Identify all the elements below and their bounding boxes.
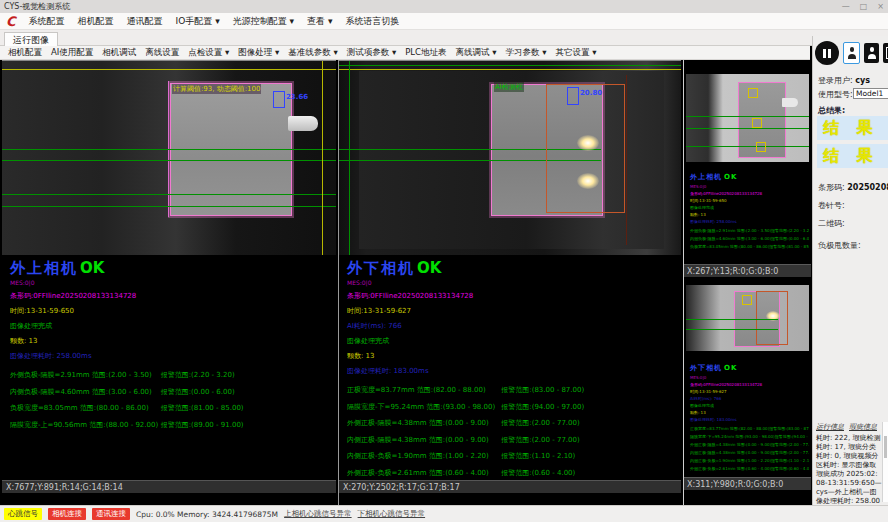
baseline <box>339 65 681 66</box>
log-tab[interactable]: 运行信息 <box>816 422 844 432</box>
camera-result-title: 外下相机OK <box>347 258 675 278</box>
minimize-button[interactable]: — <box>842 2 850 11</box>
measurement-value: 正极宽度=83.77mm 范围:(82.00 - 88.00) <box>690 426 769 431</box>
alarm-range: 报警范围:(2.00 - 77.00) <box>771 442 809 447</box>
barcode-line: 条形码:0FFIline20250208133134728 <box>690 191 808 196</box>
toolbar-item[interactable]: 学习参数 ▾ <box>505 47 546 59</box>
measure-box <box>567 87 579 105</box>
measurement-row: 内侧负极-隔膜=4.60mm 范围:(3.00 - 6.00)报警范围:(0.0… <box>10 387 331 397</box>
alarm-range: 报警范围:(0.00 - 6.00) <box>771 236 809 241</box>
menu-item[interactable]: 光源控制配置 ▾ <box>233 15 294 28</box>
camera-result-title: 外下相机OK <box>690 355 808 374</box>
thumbnail-top[interactable]: 外上相机OK MES:0|0 条形码:0FFIline2025020813313… <box>684 60 811 277</box>
thumbnail-top-image <box>686 74 809 162</box>
elapsed-line: 图像处理耗时: 258.00ms <box>690 219 808 224</box>
alarm-range: 报警范围:(89.00 - 91.00) <box>161 420 331 430</box>
measure-value: 23.66 <box>286 93 308 101</box>
logout-button[interactable] <box>883 43 888 63</box>
alarm-range: 报警范围:(1.10 - 2.10) <box>501 451 675 461</box>
mes-line: MES:0|0 <box>690 184 808 189</box>
measurement-row: 正极宽度=83.77mm 范围:(82.00 - 88.00)报警范围:(83.… <box>347 385 675 395</box>
measurement-row: 内侧正极-负极=1.90mm 范围:(1.00 - 2.20)报警范围:(1.1… <box>690 458 808 463</box>
mes-line: MES:0|0 <box>347 279 675 286</box>
count-line: 颗数: 13 <box>347 351 675 361</box>
heartbeat-warning: 下相机心跳信号异常 <box>358 509 426 519</box>
defect-box <box>748 88 758 98</box>
camera-result-title: 外上相机OK <box>690 164 808 183</box>
nozzle <box>782 98 798 107</box>
measurement-value: 外侧正极-负极=2.61mm 范围:(0.60 - 4.00) <box>347 468 501 478</box>
camera-view-mid[interactable]: 20.80 AI检测框 <box>339 60 681 255</box>
measurement-row: 隔膜宽度-上=90.56mm 范围:(88.00 - 92.00)报警范围:(8… <box>10 420 331 430</box>
barcode-line: 条形码:0FFIline20250208133134728 <box>347 291 675 301</box>
time-line: 时间:13-31-59-650 <box>10 306 331 316</box>
user-mode-button-active[interactable] <box>843 42 860 64</box>
measurement-rows: 外侧负极-隔膜=2.91mm 范围:(2.00 - 3.50)报警范围:(2.2… <box>690 228 808 252</box>
elapsed-line: 图像处理耗时: 183.00ms <box>347 366 675 376</box>
model-select[interactable]: Model1▾ <box>853 88 888 99</box>
alarm-range: 报警范围:(0.60 - 4.00) <box>501 468 675 478</box>
thumbnail-bottom[interactable]: 外下相机OK MES:0|0 条形码:0FFIline2025020813313… <box>684 279 811 490</box>
alarm-range: 报警范围:(81.00 - 85.00) <box>161 403 331 413</box>
close-button[interactable]: × <box>877 2 884 11</box>
measurement-value: 外侧负极-隔膜=2.91mm 范围:(2.00 - 3.50) <box>10 370 161 380</box>
measurement-value: 内侧负极-隔膜=4.60mm 范围:(3.00 - 6.00) <box>690 236 771 241</box>
tab-run-image[interactable]: 运行图像 <box>4 32 58 46</box>
alarm-range: 报警范围:(2.20 - 3.20) <box>161 370 331 380</box>
maximize-button[interactable]: □ <box>860 2 868 11</box>
baseline-vertical <box>349 61 350 255</box>
user-icon <box>847 47 857 59</box>
camera-panel-mid: 20.80 AI检测框 外下相机OK MES:0|0 条形码:0FFIline2… <box>338 60 681 505</box>
menu-item[interactable]: 查看 ▾ <box>307 15 332 28</box>
status-badge: 相机连接 <box>48 508 86 520</box>
toolbar-item[interactable]: 相机配置 <box>8 47 42 59</box>
measurement-value: 外侧正极-隔膜=4.38mm 范围:(0.00 - 9.00) <box>347 418 501 428</box>
measure-value: 20.80 <box>580 89 602 97</box>
camera-result-block: 外下相机OK MES:0|0 条形码:0FFIline2025020813313… <box>347 258 675 484</box>
result-box-1: 结 果 <box>817 116 888 140</box>
measurement-value: 内侧正极-负极=1.90mm 范围:(1.00 - 2.20) <box>690 458 771 463</box>
defect-box <box>756 142 766 152</box>
guide-line <box>2 69 336 70</box>
menu-bar: C 系统配置相机配置通讯配置IO手配置 ▾光源控制配置 ▾查看 ▾系统语言切换 <box>0 13 888 30</box>
menu-item[interactable]: 相机配置 <box>78 15 114 28</box>
measurement-value: 隔膜宽度-上=90.56mm 范围:(88.00 - 92.00) <box>10 420 161 430</box>
measurement-value: 隔膜宽度-下=95.24mm 范围:(93.00 - 98.00) <box>347 402 501 412</box>
time-line: 时间:13-31-59-627 <box>690 389 808 394</box>
measurement-value: 隔膜宽度-下=95.24mm 范围:(93.00 - 98.00) <box>690 434 775 439</box>
user-mode-button[interactable] <box>864 43 879 63</box>
menu-item[interactable]: 通讯配置 <box>127 15 163 28</box>
title-bar: CYS-视觉检测系统 — □ × <box>0 0 888 13</box>
measurement-row: 隔膜宽度-下=95.24mm 范围:(93.00 - 98.00)报警范围:(9… <box>690 434 808 439</box>
toolbar-item[interactable]: 测试项参数 ▾ <box>347 47 396 59</box>
toolbar-item[interactable]: 图像处理 ▾ <box>238 47 279 59</box>
mes-line: MES:0|0 <box>10 279 331 286</box>
menu-item[interactable]: 系统配置 <box>29 15 65 28</box>
toolbar-item[interactable]: 点检设置 ▾ <box>188 47 229 59</box>
camera-status-ok: OK <box>80 259 104 277</box>
toolbar-item[interactable]: 相机调试 <box>102 47 136 59</box>
toolbar-item[interactable]: PLC地址表 <box>405 47 446 59</box>
measurement-value: 正极宽度=83.77mm 范围:(82.00 - 88.00) <box>347 385 501 395</box>
pixel-coords-mid: X:270;Y:2502;R:17;G:17;B:17 <box>339 480 681 493</box>
toolbar-item[interactable]: 离线调试 ▾ <box>456 47 497 59</box>
toolbar-item[interactable]: 离线设置 <box>145 47 179 59</box>
camera-name: 外上相机 <box>690 173 722 181</box>
log-scrollbar[interactable] <box>882 422 888 502</box>
measurement-row: 内侧负极-隔膜=4.60mm 范围:(3.00 - 6.00)报警范围:(0.0… <box>690 236 808 241</box>
camera-status-ok: OK <box>417 259 441 277</box>
ai-elapsed-line: AI耗时(ms): 766 <box>690 396 808 401</box>
measurement-value: 负极宽度=83.05mm 范围:(80.00 - 86.00) <box>690 244 769 249</box>
camera-view-left[interactable]: 23.66 计算阈值:93, 动态阈值:100 <box>2 60 336 255</box>
menu-item[interactable]: 系统语言切换 <box>345 15 399 28</box>
log-tab[interactable]: 瑕疵信息 <box>849 422 877 432</box>
measure-box <box>273 91 285 108</box>
toolbar-item[interactable]: 其它设置 ▾ <box>555 47 596 59</box>
toolbar-item[interactable]: 基准线参数 ▾ <box>288 47 337 59</box>
pause-icon[interactable] <box>815 41 839 65</box>
menu-item[interactable]: IO手配置 ▾ <box>176 15 220 28</box>
elapsed-line: 图像处理耗时: 258.00ms <box>10 351 331 361</box>
app-window: CYS-视觉检测系统 — □ × C 系统配置相机配置通讯配置IO手配置 ▾光源… <box>0 0 888 522</box>
measurement-value: 内侧正极-隔膜=4.38mm 范围:(0.00 - 9.00) <box>690 450 771 455</box>
toolbar-item[interactable]: AI使用配置 <box>51 47 93 59</box>
